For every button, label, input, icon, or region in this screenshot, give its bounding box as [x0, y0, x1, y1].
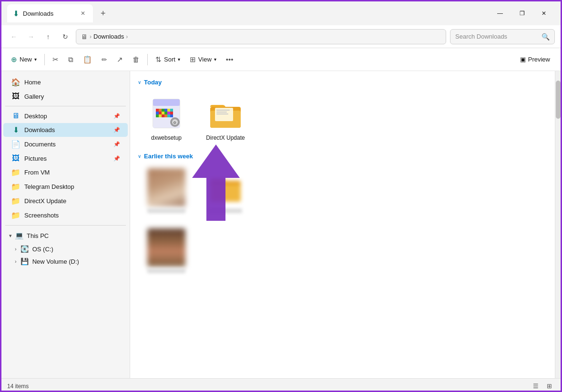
copy-button[interactable]: ⧉: [64, 52, 77, 67]
paste-icon: 📋: [83, 55, 92, 64]
window-controls: — ❐ ✕: [489, 6, 555, 21]
blurred-item-2[interactable]: [197, 164, 254, 218]
sort-chevron-icon: ▾: [178, 57, 180, 62]
toolbar-separator-2: [147, 54, 148, 65]
directx-label: DirectX Update: [24, 197, 120, 205]
sidebar-item-home[interactable]: 🏠 Home: [3, 75, 128, 89]
newvol-chevron-icon: ›: [15, 258, 17, 264]
sidebar-item-pictures[interactable]: 🖼 Pictures 📌: [3, 152, 128, 165]
directxupdate-name: DirectX Update: [206, 134, 245, 142]
list-view-button[interactable]: ☰: [530, 381, 542, 392]
dxwebsetup-name: dxwebsetup: [151, 134, 182, 142]
back-button[interactable]: ←: [7, 30, 20, 43]
directxupdate-icon-wrapper: [206, 94, 245, 133]
up-button[interactable]: ↑: [41, 30, 55, 43]
sidebar-item-directx[interactable]: 📁 DirectX Update: [3, 194, 128, 208]
breadcrumb-downloads: Downloads: [93, 33, 124, 40]
sidebar-item-downloads[interactable]: ⬇ Downloads 📌: [3, 123, 128, 137]
rename-button[interactable]: ✏: [98, 52, 111, 67]
svg-rect-9: [162, 112, 164, 114]
cut-button[interactable]: ✂: [49, 52, 62, 67]
svg-rect-20: [170, 114, 173, 117]
grid-view-button[interactable]: ⊞: [543, 381, 555, 392]
sidebar-divider-2: [5, 225, 126, 226]
status-bar: 14 items ☰ ⊞: [1, 378, 561, 392]
sidebar-item-screenshots[interactable]: 📁 Screenshots: [3, 208, 128, 222]
newvol-label: New Volume (D:): [32, 258, 79, 265]
file-item-dxwebsetup[interactable]: ⚙ dxwebsetup: [138, 90, 195, 147]
copy-icon: ⧉: [68, 55, 73, 64]
svg-rect-3: [156, 109, 159, 112]
breadcrumb-monitor-icon: 🖥: [81, 33, 88, 41]
search-bar[interactable]: Search Downloads 🔍: [450, 29, 555, 44]
directx-icon: 📁: [11, 196, 20, 206]
tab-title: Downloads: [23, 10, 53, 17]
sidebar-item-thispc[interactable]: ▾ 💻 This PC: [1, 228, 130, 243]
file-item-directxupdate[interactable]: DirectX Update: [197, 90, 254, 147]
minimize-button[interactable]: —: [489, 6, 511, 21]
preview-icon: ▣: [520, 56, 526, 63]
status-count: 14 items: [7, 383, 29, 390]
sort-button[interactable]: ⇅ Sort ▾: [152, 52, 184, 67]
view-label: View: [198, 56, 212, 63]
sidebar-item-documents[interactable]: 📄 Documents 📌: [3, 137, 128, 151]
new-chevron-icon: ▾: [34, 57, 37, 62]
tab-downloads-icon: ⬇: [13, 9, 19, 18]
paste-button[interactable]: 📋: [79, 52, 96, 67]
earlier-file-grid-2: [138, 224, 547, 278]
scrollbar[interactable]: [555, 71, 561, 378]
view-button[interactable]: ⊞ View ▾: [186, 52, 220, 67]
thispc-chevron-icon: ▾: [9, 233, 12, 239]
close-button[interactable]: ✕: [533, 6, 555, 21]
preview-button[interactable]: ▣ Preview: [515, 52, 555, 67]
svg-rect-4: [159, 109, 162, 112]
sidebar-item-newvol[interactable]: › 💾 New Volume (D:): [1, 255, 130, 268]
breadcrumb[interactable]: 🖥 › Downloads ›: [76, 29, 446, 44]
earlier-chevron-icon: ∨: [138, 154, 141, 159]
new-label: New: [20, 56, 32, 63]
toolbar-separator-1: [44, 54, 45, 65]
svg-rect-11: [156, 114, 159, 117]
active-tab[interactable]: ⬇ Downloads ✕: [7, 4, 93, 22]
more-button[interactable]: •••: [222, 52, 237, 67]
rename-icon: ✏: [102, 56, 107, 63]
more-icon: •••: [226, 55, 234, 63]
view-chevron-icon: ▾: [214, 57, 216, 62]
tab-close-button[interactable]: ✕: [79, 9, 87, 18]
svg-rect-18: [170, 112, 173, 114]
today-section-header[interactable]: ∨ Today: [138, 79, 547, 86]
fromvm-icon: 📁: [11, 168, 20, 177]
pictures-label: Pictures: [24, 155, 110, 162]
svg-rect-14: [164, 114, 167, 117]
sidebar-item-desktop[interactable]: 🖥 Desktop 📌: [3, 109, 128, 123]
today-file-grid: ⚙ dxwebsetup: [138, 90, 547, 147]
blurred-item-3[interactable]: [138, 224, 195, 278]
osc-icon: 💽: [20, 245, 29, 253]
today-title: Today: [144, 79, 162, 86]
sidebar-item-telegram[interactable]: 📁 Telegram Desktop: [3, 180, 128, 194]
refresh-button[interactable]: ↻: [59, 30, 72, 43]
new-button[interactable]: ⊕ New ▾: [7, 52, 41, 67]
sidebar-item-fromvm[interactable]: 📁 From VM: [3, 165, 128, 179]
new-icon: ⊕: [11, 55, 17, 64]
delete-button[interactable]: 🗑: [129, 52, 143, 67]
svg-rect-31: [210, 185, 241, 202]
osc-label: OS (C:): [32, 246, 53, 253]
new-tab-button[interactable]: +: [97, 7, 110, 21]
search-icon: 🔍: [542, 33, 550, 41]
share-button[interactable]: ↗: [113, 52, 127, 67]
pictures-icon: 🖼: [11, 154, 20, 163]
blurred-item-1[interactable]: [138, 164, 195, 218]
screenshots-label: Screenshots: [24, 212, 120, 219]
blurred-icon-2: [206, 168, 245, 206]
osc-chevron-icon: ›: [15, 246, 17, 252]
sidebar-item-osc[interactable]: › 💽 OS (C:): [1, 243, 130, 255]
forward-button[interactable]: →: [24, 30, 38, 43]
content-area: ∨ Today: [130, 71, 555, 378]
dxwebsetup-file-icon: ⚙: [149, 96, 184, 131]
svg-rect-28: [216, 112, 227, 113]
main-layout: 🏠 Home 🖼 Gallery 🖥 Desktop 📌 ⬇ Downloads…: [1, 71, 561, 378]
maximize-button[interactable]: ❐: [511, 6, 533, 21]
earlier-section-header[interactable]: ∨ Earlier this week: [138, 153, 547, 160]
sidebar-item-gallery[interactable]: 🖼 Gallery: [3, 90, 128, 103]
